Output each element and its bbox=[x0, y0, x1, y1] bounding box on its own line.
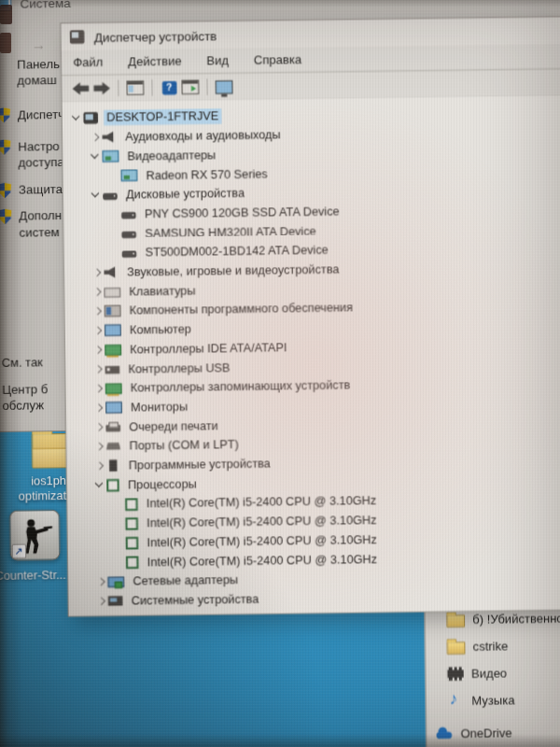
explorer-item-label: cstrike bbox=[473, 640, 509, 654]
tree-item-label: Intel(R) Core(TM) i5-2400 CPU @ 3.10GHz bbox=[145, 551, 381, 570]
sidebar-link-line: систем bbox=[20, 224, 63, 241]
system-titlebar[interactable]: Система bbox=[0, 0, 560, 16]
expander-collapsed-icon[interactable] bbox=[91, 382, 105, 396]
monitor-icon bbox=[105, 324, 121, 336]
toolbar-action-pane-button[interactable] bbox=[179, 77, 201, 98]
expander-collapsed-icon[interactable] bbox=[91, 304, 105, 318]
explorer-item[interactable]: cstrike bbox=[447, 632, 509, 660]
cpu-icon bbox=[106, 478, 119, 491]
expander-spacer bbox=[107, 169, 121, 183]
toolbar-separator bbox=[206, 78, 207, 95]
toolbar-console-tree-button[interactable] bbox=[124, 78, 146, 99]
video-icon bbox=[120, 170, 137, 182]
toolbar-separator bbox=[118, 80, 119, 97]
expander-spacer bbox=[108, 247, 122, 261]
expander-expanded-icon[interactable] bbox=[70, 111, 84, 125]
desktop: ios1ph optimizati... ↗ Counter-Str... б)… bbox=[0, 0, 560, 747]
menu-item[interactable]: Действие bbox=[128, 54, 181, 68]
sidebar-link[interactable]: Настродоступа bbox=[0, 137, 64, 171]
explorer-item-label: Музыка bbox=[471, 693, 514, 707]
expander-expanded-icon[interactable] bbox=[90, 189, 104, 203]
tree-item-label: Порты (COM и LPT) bbox=[126, 437, 242, 454]
dm-window-title: Диспетчер устройств bbox=[94, 28, 217, 44]
tree-item-label: Мониторы bbox=[128, 399, 190, 415]
tree-item-label: ST500DM002-1BD142 ATA Device bbox=[142, 243, 331, 261]
toolbar-devices-button[interactable] bbox=[214, 76, 235, 97]
expander-collapsed-icon[interactable] bbox=[91, 343, 105, 357]
disk-icon bbox=[122, 250, 137, 257]
uac-shield-icon bbox=[0, 107, 11, 123]
tree-item-label: Звуковые, игровые и видеоустройства bbox=[124, 261, 343, 280]
help-icon: ? bbox=[161, 80, 176, 94]
disk-icon bbox=[121, 231, 136, 237]
expander-collapsed-icon[interactable] bbox=[94, 594, 108, 608]
disk-icon bbox=[103, 192, 118, 199]
forward-arrow-icon bbox=[93, 82, 110, 95]
toolbar-help-button[interactable]: ? bbox=[159, 77, 180, 98]
tree-item-label: DESKTOP-1FTRJVE bbox=[104, 108, 221, 125]
expander-collapsed-icon[interactable] bbox=[92, 401, 106, 415]
explorer-item[interactable]: Видео bbox=[447, 659, 507, 687]
tree-item-label: Intel(R) Core(TM) i5-2400 CPU @ 3.10GHz bbox=[144, 513, 380, 531]
network-icon bbox=[107, 576, 124, 587]
tree-item-label: Видеоадаптеры bbox=[124, 148, 218, 164]
tree-item-label: Очереди печати bbox=[126, 417, 221, 434]
cpu-icon bbox=[126, 536, 139, 549]
sidebar-link[interactable]: Диспетч bbox=[0, 106, 64, 123]
explorer-item[interactable]: Музыка bbox=[447, 686, 514, 714]
uac-shield-icon bbox=[0, 139, 11, 155]
expander-collapsed-icon[interactable] bbox=[89, 131, 103, 145]
tree-item-label: Системные устройства bbox=[128, 591, 261, 608]
dm-tree: DESKTOP-1FTRJVEАудиовходы и аудиовыходыВ… bbox=[62, 95, 560, 616]
monitor-icon bbox=[105, 402, 122, 414]
menu-item[interactable]: Вид bbox=[206, 54, 229, 68]
explorer-item-label: б) !Убийственное в bbox=[472, 612, 560, 627]
photo-edge-artifact bbox=[0, 33, 11, 53]
tree-item-label: PNY CS900 120GB SSD ATA Device bbox=[142, 204, 343, 221]
tree-item-label: Программные устройства bbox=[126, 456, 273, 473]
tree-item-label: Контроллеры IDE ATA/ATAPI bbox=[127, 340, 290, 358]
port-icon bbox=[106, 441, 121, 453]
expander-collapsed-icon[interactable] bbox=[91, 265, 105, 279]
expander-spacer bbox=[112, 536, 126, 550]
expander-spacer bbox=[108, 227, 122, 241]
device-manager-icon bbox=[70, 30, 85, 44]
explorer-item-label: OneDrive bbox=[460, 726, 511, 740]
computer-icon bbox=[83, 112, 98, 124]
explorer-item[interactable]: OneDrive bbox=[436, 719, 511, 747]
tree-item-label: Аудиовходы и аудиовыходы bbox=[122, 127, 284, 145]
expander-expanded-icon[interactable] bbox=[89, 149, 103, 163]
toolbar-forward-button[interactable] bbox=[91, 78, 112, 99]
component-icon bbox=[105, 305, 121, 317]
explorer-nav-panel: б) !Убийственное вcstrikeВидеоМузыкаOneD… bbox=[424, 592, 560, 747]
expander-collapsed-icon[interactable] bbox=[94, 575, 108, 589]
tree-item-label: Контроллеры USB bbox=[125, 359, 233, 376]
sidebar-link-line: Дополн bbox=[19, 207, 62, 224]
video-file-icon bbox=[447, 667, 464, 681]
expander-collapsed-icon[interactable] bbox=[91, 362, 105, 376]
sysdev-icon bbox=[108, 596, 123, 606]
sidebar-link-line: Настро bbox=[18, 137, 63, 154]
sidebar-link-line: Защита bbox=[19, 181, 63, 198]
music-icon bbox=[447, 694, 464, 708]
counter-strike-icon[interactable]: ↗ bbox=[9, 510, 61, 561]
expander-collapsed-icon[interactable] bbox=[92, 458, 106, 472]
expander-collapsed-icon[interactable] bbox=[92, 440, 106, 454]
toolbar-separator bbox=[151, 79, 152, 96]
expander-expanded-icon[interactable] bbox=[93, 478, 107, 492]
security-center-link[interactable]: Центр б обслуж bbox=[2, 380, 49, 414]
toolbar-back-button[interactable] bbox=[69, 78, 91, 99]
tree-item-label: Сетевые адаптеры bbox=[130, 572, 241, 589]
console-tree-icon bbox=[126, 80, 144, 95]
device-manager-window: Диспетчер устройств ФайлДействиеВидСправ… bbox=[61, 17, 560, 615]
printer-icon bbox=[105, 425, 120, 431]
expander-collapsed-icon[interactable] bbox=[91, 324, 105, 338]
menu-item[interactable]: Файл bbox=[73, 55, 103, 69]
sidebar-link[interactable]: Защита bbox=[0, 181, 63, 199]
menu-item[interactable]: Справка bbox=[254, 53, 301, 67]
tree-item-label: Intel(R) Core(TM) i5-2400 CPU @ 3.10GHz bbox=[144, 493, 380, 512]
expander-collapsed-icon[interactable] bbox=[92, 420, 106, 434]
sidebar-link[interactable]: Панельдомаш bbox=[0, 55, 60, 89]
expander-collapsed-icon[interactable] bbox=[91, 285, 105, 299]
sidebar-link[interactable]: Дополнсистем bbox=[0, 207, 63, 241]
